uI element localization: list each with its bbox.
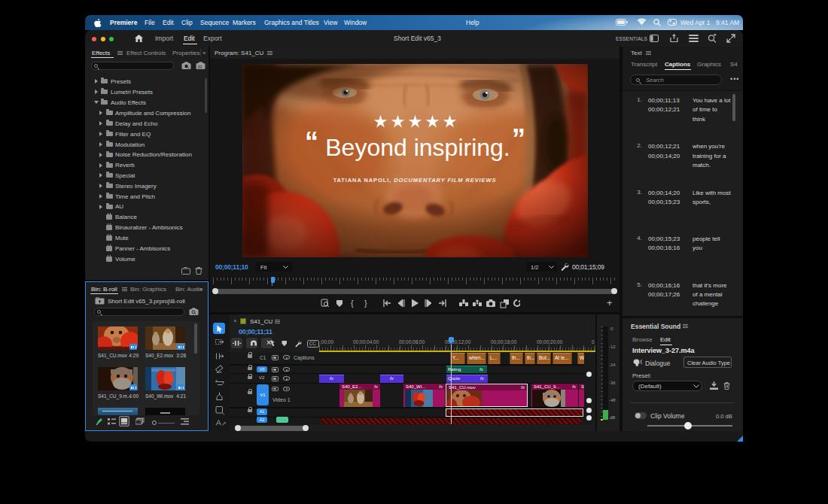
svg-text:”: ” <box>512 123 525 154</box>
svg-text:CC: CC <box>309 341 317 346</box>
svg-text:TATIANA NAPOLI, DOCUMENTARY FI: TATIANA NAPOLI, DOCUMENTARY FILM REVIEWS <box>333 177 497 184</box>
svg-text:Beyond inspiring.: Beyond inspiring. <box>325 134 510 161</box>
svg-text:}: } <box>364 299 367 308</box>
svg-text:32: 32 <box>198 65 202 69</box>
svg-text:{: { <box>351 299 354 308</box>
svg-text:“: “ <box>305 126 318 157</box>
